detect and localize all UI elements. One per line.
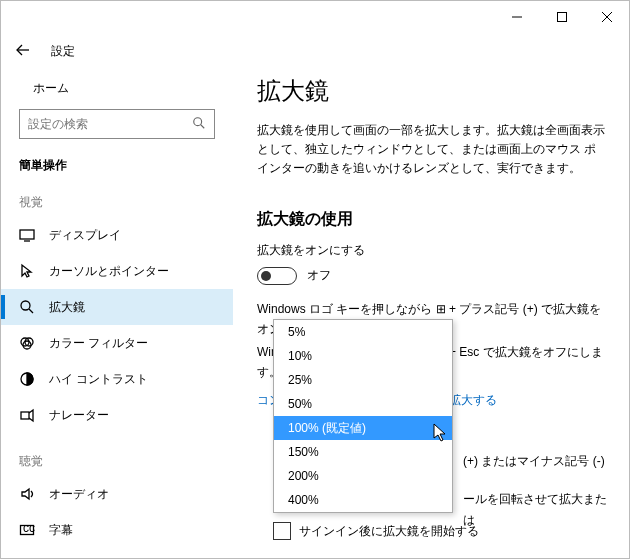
page-title: 拡大鏡	[257, 75, 605, 107]
toggle-state-text: オフ	[307, 267, 331, 284]
color-filter-icon	[19, 335, 35, 351]
mouse-cursor-icon	[433, 423, 447, 446]
start-after-signin-checkbox[interactable]	[273, 522, 291, 540]
svg-line-6	[201, 124, 205, 128]
sidebar-item-color-filter[interactable]: カラー フィルター	[1, 325, 233, 361]
magnifier-toggle[interactable]	[257, 267, 297, 285]
sidebar-item-magnifier[interactable]: 拡大鏡	[1, 289, 233, 325]
contrast-icon	[19, 371, 35, 387]
sidebar-item-label: カーソルとポインター	[49, 263, 169, 280]
sidebar-item-label: カラー フィルター	[49, 335, 148, 352]
sidebar-item-audio[interactable]: オーディオ	[1, 476, 233, 512]
dropdown-option[interactable]: 150%	[274, 440, 452, 464]
sidebar-item-label: 字幕	[49, 522, 73, 539]
sidebar-item-label: ナレーター	[49, 407, 109, 424]
sidebar-item-contrast[interactable]: ハイ コントラスト	[1, 361, 233, 397]
display-icon	[19, 227, 35, 243]
dropdown-option[interactable]: 200%	[274, 464, 452, 488]
obscured-text: (+) またはマイナス記号 (-) ールを回転させて拡大または	[463, 451, 613, 530]
window-title: 設定	[51, 43, 75, 60]
svg-point-9	[21, 301, 30, 310]
page-description: 拡大鏡を使用して画面の一部を拡大します。拡大鏡は全画面表示として、独立したウィン…	[257, 121, 605, 179]
magnifier-icon	[19, 299, 35, 315]
dropdown-option[interactable]: 50%	[274, 392, 452, 416]
sidebar: ホーム 簡単操作 視覚 ディスプレイカーソルとポインター拡大鏡カラー フィルター…	[1, 69, 233, 558]
svg-text:cc: cc	[23, 522, 35, 535]
sidebar-item-label: 拡大鏡	[49, 299, 85, 316]
svg-rect-7	[20, 230, 34, 239]
zoom-increment-dropdown[interactable]: 5%10%25%50%100% (既定値)150%200%400%	[273, 319, 453, 513]
sidebar-item-narrator[interactable]: ナレーター	[1, 397, 233, 433]
dropdown-option[interactable]: 400%	[274, 488, 452, 512]
dropdown-option[interactable]: 25%	[274, 368, 452, 392]
start-after-signin-row[interactable]: サインイン後に拡大鏡を開始する	[273, 522, 479, 540]
header-row: 設定	[1, 33, 629, 69]
sidebar-item-label: ディスプレイ	[49, 227, 121, 244]
audio-icon	[19, 486, 35, 502]
svg-rect-15	[21, 412, 29, 419]
search-field[interactable]	[28, 117, 192, 131]
sidebar-item-cursor[interactable]: カーソルとポインター	[1, 253, 233, 289]
using-heading: 拡大鏡の使用	[257, 209, 605, 230]
svg-line-10	[29, 309, 33, 313]
captions-icon: cc	[19, 522, 35, 538]
section-hearing-label: 聴覚	[19, 453, 215, 470]
sidebar-group-label: 簡単操作	[19, 157, 215, 174]
sidebar-item-label: ハイ コントラスト	[49, 371, 148, 388]
sidebar-home[interactable]: ホーム	[19, 69, 215, 107]
maximize-button[interactable]	[539, 1, 584, 33]
close-button[interactable]	[584, 1, 629, 33]
cursor-icon	[19, 263, 35, 279]
back-icon[interactable]	[15, 42, 31, 61]
sidebar-item-label: オーディオ	[49, 486, 109, 503]
svg-rect-1	[557, 13, 566, 22]
narrator-icon	[19, 407, 35, 423]
search-icon	[192, 116, 206, 133]
dropdown-option[interactable]: 10%	[274, 344, 452, 368]
search-input[interactable]	[19, 109, 215, 139]
dropdown-option[interactable]: 5%	[274, 320, 452, 344]
sidebar-item-captions[interactable]: cc字幕	[1, 512, 233, 548]
start-after-signin-label: サインイン後に拡大鏡を開始する	[299, 523, 479, 540]
window-titlebar	[1, 1, 629, 33]
dropdown-option[interactable]: 100% (既定値)	[274, 416, 452, 440]
svg-point-5	[194, 117, 202, 125]
section-vision-label: 視覚	[19, 194, 215, 211]
sidebar-item-display[interactable]: ディスプレイ	[1, 217, 233, 253]
home-label: ホーム	[33, 80, 69, 97]
minimize-button[interactable]	[494, 1, 539, 33]
turn-on-label: 拡大鏡をオンにする	[257, 242, 605, 259]
